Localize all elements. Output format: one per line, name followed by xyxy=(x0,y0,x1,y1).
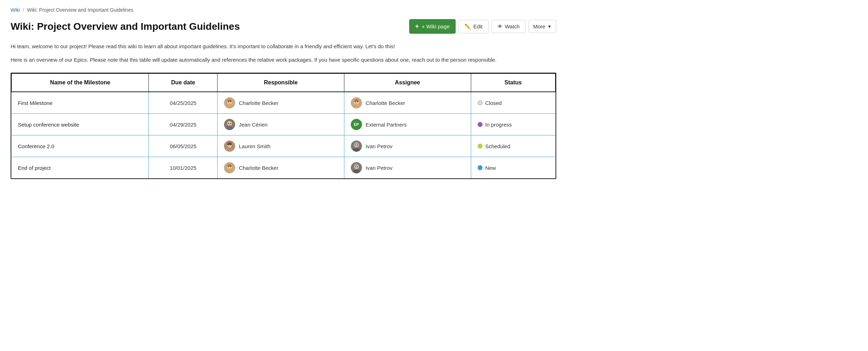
assignee-name: Ivan Petrov xyxy=(366,143,393,149)
responsible-name: Lauren Smith xyxy=(239,143,270,149)
assignee-name: Charlotte Becker xyxy=(366,100,405,106)
status-dot xyxy=(478,165,483,170)
page-header: Wiki: Project Overview and Important Gui… xyxy=(11,19,556,34)
svg-point-9 xyxy=(357,101,358,102)
avatar xyxy=(224,119,235,130)
avatar xyxy=(351,140,362,152)
col-header-responsible: Responsible xyxy=(218,74,344,92)
assignee-cell: Charlotte Becker xyxy=(344,92,471,114)
avatar xyxy=(224,140,235,152)
plus-icon: + xyxy=(415,23,419,30)
description-line2: Here is an overview of our Epics. Please… xyxy=(11,56,556,64)
col-header-due-date: Due date xyxy=(149,74,218,92)
avatar: EP xyxy=(351,119,362,130)
table-header-row: Name of the Milestone Due date Responsib… xyxy=(12,74,556,92)
responsible-cell: Charlotte Becker xyxy=(218,157,344,179)
table-row: Conference 2.006/05/2025 Lauren Smith xyxy=(12,135,556,157)
status-badge: New xyxy=(485,165,496,171)
svg-point-4 xyxy=(230,101,231,102)
responsible-name: Charlotte Becker xyxy=(239,100,278,106)
chevron-down-icon: ▼ xyxy=(547,24,552,29)
assignee-name: Ivan Petrov xyxy=(366,165,393,171)
breadcrumb-wiki-link[interactable]: Wiki xyxy=(11,7,20,13)
milestone-name-cell: Conference 2.0 xyxy=(12,135,149,157)
responsible-cell: Charlotte Becker xyxy=(218,92,344,114)
col-header-status: Status xyxy=(471,74,555,92)
more-label: More xyxy=(533,23,545,29)
status-dot xyxy=(478,122,483,127)
due-date-cell: 04/25/2025 xyxy=(149,92,218,114)
wiki-page-button[interactable]: + + Wiki page xyxy=(409,19,456,34)
svg-point-13 xyxy=(228,123,229,124)
assignee-cell: Ivan Petrov xyxy=(344,135,471,157)
table-row: End of project10/01/2025 Charlotte Becke… xyxy=(12,157,556,179)
breadcrumb: Wiki / Wiki: Project Overview and Import… xyxy=(11,7,556,13)
status-cell: New xyxy=(471,157,555,179)
responsible-name: Charlotte Becker xyxy=(239,165,278,171)
assignee-cell: EPExternal Partners xyxy=(344,114,471,135)
svg-point-14 xyxy=(230,123,231,124)
watch-label: Watch xyxy=(505,23,520,29)
svg-point-28 xyxy=(228,166,229,167)
status-cell: Closed xyxy=(471,92,555,114)
svg-point-19 xyxy=(230,145,231,146)
table-row: First Milestone04/25/2025 Charlotte Beck… xyxy=(12,92,556,114)
svg-point-29 xyxy=(230,166,231,167)
status-cell: In progress xyxy=(471,114,555,135)
breadcrumb-separator: / xyxy=(23,7,24,13)
responsible-cell: Lauren Smith xyxy=(218,135,344,157)
svg-point-3 xyxy=(228,101,229,102)
responsible-cell: Jean Cérien xyxy=(218,114,344,135)
avatar xyxy=(224,97,235,108)
due-date-cell: 06/05/2025 xyxy=(149,135,218,157)
avatar xyxy=(351,162,362,173)
page-title: Wiki: Project Overview and Important Gui… xyxy=(11,21,240,32)
svg-point-34 xyxy=(357,166,358,167)
status-badge: In progress xyxy=(485,122,512,128)
header-actions: + + Wiki page ✏️ Edit 👁 Watch More ▼ xyxy=(409,19,556,34)
wiki-page-label: + Wiki page xyxy=(421,23,450,29)
edit-button[interactable]: ✏️ Edit xyxy=(458,20,489,33)
avatar xyxy=(224,162,235,173)
assignee-cell: Ivan Petrov xyxy=(344,157,471,179)
status-dot xyxy=(478,100,483,105)
more-button[interactable]: More ▼ xyxy=(529,20,556,33)
watch-button[interactable]: 👁 Watch xyxy=(491,20,526,33)
svg-point-24 xyxy=(357,145,358,146)
breadcrumb-current: Wiki: Project Overview and Important Gui… xyxy=(27,7,133,13)
responsible-name: Jean Cérien xyxy=(239,122,267,128)
milestones-table: Name of the Milestone Due date Responsib… xyxy=(11,73,556,179)
status-dot xyxy=(478,144,483,149)
eye-icon: 👁 xyxy=(497,23,503,29)
status-badge: Scheduled xyxy=(485,143,511,149)
avatar xyxy=(351,97,362,108)
milestone-name-cell: End of project xyxy=(12,157,149,179)
milestone-name-cell: First Milestone xyxy=(12,92,149,114)
col-header-assignee: Assignee xyxy=(344,74,471,92)
due-date-cell: 10/01/2025 xyxy=(149,157,218,179)
pencil-icon: ✏️ xyxy=(464,23,471,30)
assignee-name: External Partners xyxy=(366,122,407,128)
milestone-name-cell: Setup conference website xyxy=(12,114,149,135)
status-badge: Closed xyxy=(485,100,502,106)
status-cell: Scheduled xyxy=(471,135,555,157)
svg-point-33 xyxy=(355,166,356,167)
svg-point-18 xyxy=(228,145,229,146)
due-date-cell: 04/29/2025 xyxy=(149,114,218,135)
description-line1: Hi team, welcome to our project! Please … xyxy=(11,42,556,51)
edit-label: Edit xyxy=(473,23,483,29)
svg-point-23 xyxy=(355,145,356,146)
svg-point-8 xyxy=(355,101,356,102)
table-row: Setup conference website04/29/2025 Jean … xyxy=(12,114,556,135)
col-header-milestone: Name of the Milestone xyxy=(12,74,149,92)
